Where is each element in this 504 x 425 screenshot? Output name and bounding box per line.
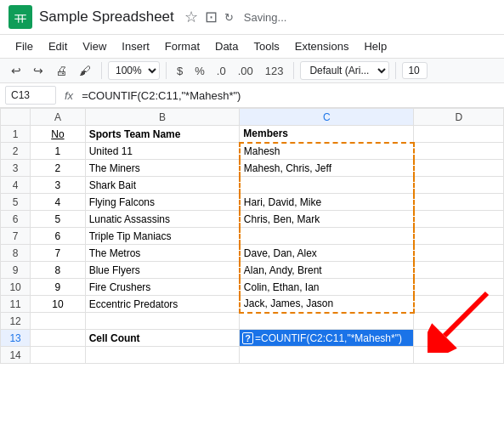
cell-c1[interactable]: Members (240, 126, 414, 143)
cell-b12[interactable] (85, 313, 240, 330)
table-row: 98Blue FlyersAlan, Andy, Brent (1, 262, 504, 279)
zoom-selector[interactable]: 100% (108, 61, 160, 80)
cell-b1[interactable]: Sports Team Name (85, 126, 240, 143)
row-header-6: 6 (1, 211, 31, 228)
menu-tools[interactable]: Tools (246, 37, 286, 56)
cell-b2[interactable]: United 11 (85, 143, 240, 160)
cell-c3[interactable]: Mahesh, Chris, Jeff (240, 160, 414, 177)
cell-d1[interactable] (414, 126, 504, 143)
decimal-dec-button[interactable]: .0 (212, 62, 230, 80)
cell-a11[interactable]: 10 (31, 296, 85, 313)
currency-button[interactable]: $ (173, 62, 187, 80)
cell-d2[interactable] (414, 143, 504, 160)
cell-c10[interactable]: Colin, Ethan, Ian (240, 279, 414, 296)
col-header-c[interactable]: C (240, 109, 414, 126)
cell-c9[interactable]: Alan, Andy, Brent (240, 262, 414, 279)
cell-c13[interactable]: ?=COUNTIF(C2:C11,"*Mahesh*") (240, 330, 414, 347)
cell-c8[interactable]: Dave, Dan, Alex (240, 245, 414, 262)
menu-edit[interactable]: Edit (42, 37, 74, 56)
print-button[interactable]: 🖨 (51, 61, 71, 80)
cell-d4[interactable] (414, 177, 504, 194)
menu-insert[interactable]: Insert (115, 37, 156, 56)
cell-a1[interactable]: No (31, 126, 85, 143)
redo-button[interactable]: ↪ (29, 61, 48, 80)
cell-b4[interactable]: Shark Bait (85, 177, 240, 194)
col-header-d[interactable]: D (414, 109, 504, 126)
move-icon[interactable]: ⊡ (205, 8, 218, 26)
fx-icon: fx (61, 89, 76, 102)
cell-c11[interactable]: Jack, James, Jason (240, 296, 414, 313)
cell-c5[interactable]: Hari, David, Mike (240, 194, 414, 211)
toolbar: ↩ ↪ 🖨 🖌 100% $ % .0 .00 123 Default (Ari… (0, 59, 504, 83)
percent-button[interactable]: % (190, 62, 209, 80)
row-header-1: 1 (1, 126, 31, 143)
cell-b13[interactable]: Cell Count (85, 330, 240, 347)
cell-a4[interactable]: 3 (31, 177, 85, 194)
separator-4 (395, 62, 396, 79)
cell-a6[interactable]: 5 (31, 211, 85, 228)
cell-d6[interactable] (414, 211, 504, 228)
cloud-icon: ↻ (224, 11, 234, 24)
font-size-input[interactable] (402, 62, 428, 79)
formula-input[interactable] (82, 89, 499, 102)
menu-data[interactable]: Data (208, 37, 245, 56)
menu-format[interactable]: Format (158, 37, 207, 56)
row-header-8: 8 (1, 245, 31, 262)
col-header-a[interactable]: A (31, 109, 85, 126)
cell-a13[interactable] (31, 330, 85, 347)
row-header-5: 5 (1, 194, 31, 211)
cell-b11[interactable]: Eccentric Predators (85, 296, 240, 313)
font-selector[interactable]: Default (Ari... (300, 61, 389, 80)
cell-b7[interactable]: Triple Tip Maniacs (85, 228, 240, 245)
cell-a5[interactable]: 4 (31, 194, 85, 211)
app-icon (8, 5, 32, 29)
cell-b3[interactable]: The Miners (85, 160, 240, 177)
cell-b8[interactable]: The Metros (85, 245, 240, 262)
cell-c14[interactable] (240, 347, 414, 364)
cell-c4[interactable] (240, 177, 414, 194)
cell-b5[interactable]: Flying Falcons (85, 194, 240, 211)
separator-1 (101, 62, 102, 79)
paint-format-button[interactable]: 🖌 (75, 61, 95, 80)
table-row: 32The MinersMahesh, Chris, Jeff (1, 160, 504, 177)
undo-button[interactable]: ↩ (7, 61, 25, 80)
row-header-11: 11 (1, 296, 31, 313)
cell-d9[interactable] (414, 262, 504, 279)
table-row: 76Triple Tip Maniacs (1, 228, 504, 245)
cell-d3[interactable] (414, 160, 504, 177)
cell-a14[interactable] (31, 347, 85, 364)
svg-rect-0 (14, 11, 26, 23)
menu-file[interactable]: File (8, 37, 40, 56)
cell-c6[interactable]: Chris, Ben, Mark (240, 211, 414, 228)
cell-b6[interactable]: Lunatic Assassins (85, 211, 240, 228)
cell-d7[interactable] (414, 228, 504, 245)
cell-a7[interactable]: 6 (31, 228, 85, 245)
cell-a2[interactable]: 1 (31, 143, 85, 160)
menu-extensions[interactable]: Extensions (288, 37, 356, 56)
column-headers: A B C D (1, 109, 504, 126)
cell-a12[interactable] (31, 313, 85, 330)
row-header-3: 3 (1, 160, 31, 177)
cell-b9[interactable]: Blue Flyers (85, 262, 240, 279)
col-header-b[interactable]: B (85, 109, 240, 126)
cell-a8[interactable]: 7 (31, 245, 85, 262)
cell-a10[interactable]: 9 (31, 279, 85, 296)
cell-a3[interactable]: 2 (31, 160, 85, 177)
cell-c12[interactable] (240, 313, 414, 330)
formula-text: =COUNTIF(C2:C11,"*Mahesh*") (255, 332, 402, 344)
star-icon[interactable]: ☆ (184, 8, 198, 26)
cell-b14[interactable] (85, 347, 240, 364)
cell-c2[interactable]: Mahesh (240, 143, 414, 160)
format-number-button[interactable]: 123 (261, 62, 288, 80)
cell-b10[interactable]: Fire Crushers (85, 279, 240, 296)
menu-view[interactable]: View (76, 37, 113, 56)
row-header-10: 10 (1, 279, 31, 296)
cell-a9[interactable]: 8 (31, 262, 85, 279)
cell-c7[interactable] (240, 228, 414, 245)
decimal-inc-button[interactable]: .00 (234, 62, 258, 80)
cell-d5[interactable] (414, 194, 504, 211)
menu-help[interactable]: Help (357, 37, 394, 56)
cell-d8[interactable] (414, 245, 504, 262)
title-bar: Sample Spreadsheet ☆ ⊡ ↻ Saving... (0, 0, 504, 35)
cell-reference-box[interactable] (5, 86, 56, 105)
